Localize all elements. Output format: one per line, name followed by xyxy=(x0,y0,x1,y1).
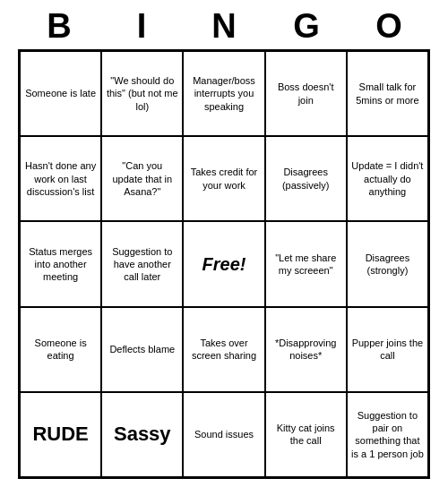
letter-g: G xyxy=(267,7,346,46)
bingo-cell-r1c1[interactable]: "Can you update that in Asana?" xyxy=(101,136,183,221)
bingo-cell-r3c2[interactable]: Takes over screen sharing xyxy=(183,307,264,392)
bingo-cell-r0c2[interactable]: Manager/boss interrupts you speaking xyxy=(183,51,264,136)
bingo-cell-r1c2[interactable]: Takes credit for your work xyxy=(183,136,264,221)
bingo-cell-r4c1[interactable]: Sassy xyxy=(101,392,183,477)
bingo-cell-r2c0[interactable]: Status merges into another meeting xyxy=(20,221,101,306)
bingo-cell-r3c0[interactable]: Someone is eating xyxy=(20,307,101,392)
letter-o: O xyxy=(349,7,428,46)
bingo-cell-r2c4[interactable]: Disagrees (strongly) xyxy=(347,221,428,306)
bingo-cell-r4c4[interactable]: Suggestion to pair on something that is … xyxy=(347,392,428,477)
bingo-cell-r3c3[interactable]: *Disapproving noises* xyxy=(265,307,347,392)
bingo-grid: Someone is late"We should do this" (but … xyxy=(18,49,430,479)
bingo-cell-r2c3[interactable]: "Let me share my screeen" xyxy=(265,221,347,306)
bingo-cell-r2c2[interactable]: Free! xyxy=(183,221,264,306)
letter-b: B xyxy=(20,7,99,46)
bingo-cell-r1c4[interactable]: Update = I didn't actually do anything xyxy=(347,136,428,221)
bingo-cell-r4c3[interactable]: Kitty cat joins the call xyxy=(265,392,347,477)
bingo-cell-r1c0[interactable]: Hasn't done any work on last discussion'… xyxy=(20,136,101,221)
bingo-cell-r0c3[interactable]: Boss doesn't join xyxy=(265,51,347,136)
letter-i: I xyxy=(102,7,181,46)
bingo-cell-r4c2[interactable]: Sound issues xyxy=(183,392,264,477)
bingo-cell-r1c3[interactable]: Disagrees (passively) xyxy=(265,136,347,221)
bingo-cell-r3c4[interactable]: Pupper joins the call xyxy=(347,307,428,392)
bingo-cell-r0c1[interactable]: "We should do this" (but not me lol) xyxy=(101,51,183,136)
bingo-cell-r0c0[interactable]: Someone is late xyxy=(20,51,101,136)
letter-n: N xyxy=(185,7,263,46)
bingo-cell-r4c0[interactable]: RUDE xyxy=(20,392,101,477)
bingo-cell-r2c1[interactable]: Suggestion to have another call later xyxy=(101,221,183,306)
bingo-cell-r3c1[interactable]: Deflects blame xyxy=(101,307,183,392)
bingo-cell-r0c4[interactable]: Small talk for 5mins or more xyxy=(347,51,428,136)
bingo-title: B I N G O xyxy=(18,0,430,49)
